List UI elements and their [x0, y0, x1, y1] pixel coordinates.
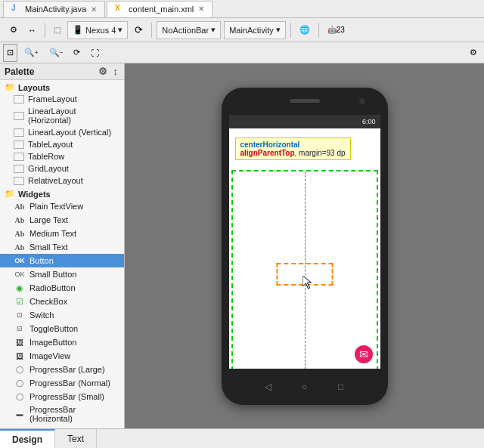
widgets-section-title: 📁 Widgets — [0, 187, 124, 199]
tooltip-line1: centerHorizontal — [240, 141, 346, 149]
activity-label: MainActivity — [229, 26, 274, 35]
zoom-in-btn[interactable]: 🔍+ — [20, 44, 42, 62]
phone-camera — [359, 98, 365, 104]
locale-btn[interactable]: 🌐 — [296, 21, 314, 39]
palette-item-tablerow[interactable]: TableRow — [0, 150, 124, 162]
progressbar-normal-icon: ◯ — [14, 378, 26, 388]
canvas-settings-btn[interactable]: ⚙ — [466, 44, 481, 62]
tablerow-icon — [14, 153, 24, 161]
palette-item-switch[interactable]: ⊡ Switch — [0, 308, 124, 322]
android-icon: 🤖 — [327, 26, 337, 34]
phone-mockup: 6:00 centerHorizontal alignParentTop, ma… — [222, 88, 388, 405]
palette-item-radiobutton[interactable]: ◉ RadioButton — [0, 281, 124, 295]
sep3 — [290, 23, 291, 38]
palette-item-togglebutton[interactable]: ⊟ ToggleButton — [0, 322, 124, 335]
cursor-icon — [303, 276, 314, 289]
seekbar-icon: ▬ — [14, 426, 26, 428]
palette-item-framelayout[interactable]: FrameLayout — [0, 93, 124, 105]
main-toolbar: ⚙ ↔ ⬚ 📱 Nexus 4 ▾ ⟳ NoActionBar ▾ MainAc… — [0, 18, 484, 42]
theme-label: NoActionBar — [162, 26, 209, 35]
palette-item-progressbar-small[interactable]: ◯ ProgressBar (Small) — [0, 390, 124, 403]
main-area: Palette ⚙ ↕ 📁 Layouts FrameLayout Linear… — [0, 63, 484, 428]
mediumtext-icon: Ab — [14, 228, 26, 239]
palette-item-linearlayout-v[interactable]: LinearLayout (Vertical) — [0, 126, 124, 138]
layouts-section-title: 📁 Layouts — [0, 80, 124, 93]
palette-item-smallbutton[interactable]: OK Small Button — [0, 267, 124, 281]
screen-content[interactable]: centerHorizontal alignParentTop, margin=… — [229, 128, 380, 369]
bottom-tabs: Design Text — [0, 428, 484, 448]
palette-item-gridlayout[interactable]: GridLayout — [0, 162, 124, 175]
sep1 — [45, 23, 45, 38]
palette-item-smalltext[interactable]: Ab Small Text — [0, 240, 124, 254]
imageview-icon: 🖼 — [14, 351, 26, 361]
nav-back-btn[interactable]: ◁ — [261, 379, 276, 394]
tab-text-label: Text — [67, 434, 84, 444]
tab-content-main[interactable]: X content_main.xml ✕ — [107, 1, 213, 17]
palette-item-imageview[interactable]: 🖼 ImageView — [0, 349, 124, 363]
tab-main-activity-close[interactable]: ✕ — [91, 5, 97, 14]
orientation-btn[interactable]: ⟳ — [131, 21, 147, 39]
palette-item-progressbar-normal[interactable]: ◯ ProgressBar (Normal) — [0, 376, 124, 390]
palette-item-tablelayout[interactable]: TableLayout — [0, 138, 124, 150]
device-dropdown[interactable]: 📱 Nexus 4 ▾ — [67, 21, 128, 39]
palette-search-icon[interactable]: ↕ — [112, 66, 120, 77]
settings-icon: ⚙ — [10, 25, 17, 35]
palette-item-largetext[interactable]: Ab Large Text — [0, 213, 124, 227]
palette-title: Palette — [5, 66, 34, 77]
zoom-fit-btn[interactable]: ⊡ — [3, 44, 17, 62]
tab-text[interactable]: Text — [55, 429, 97, 448]
palette-item-progressbar-large[interactable]: ◯ ProgressBar (Large) — [0, 363, 124, 376]
palette-item-relativelayout[interactable]: RelativeLayout — [0, 175, 124, 187]
largetext-icon: Ab — [14, 215, 26, 225]
arrow-icon: ↔ — [28, 26, 36, 35]
button-widget[interactable] — [276, 263, 333, 286]
plaintextview-icon: Ab — [14, 201, 26, 212]
sep4 — [318, 23, 319, 38]
palette-item-seekbar[interactable]: ▬ SeekBar — [0, 425, 124, 428]
fab-button[interactable]: ✉ — [355, 345, 373, 363]
activity-dropdown[interactable]: MainActivity ▾ — [224, 21, 286, 39]
tablelayout-icon — [14, 141, 24, 149]
canvas-area[interactable]: 6:00 centerHorizontal alignParentTop, ma… — [125, 63, 484, 428]
palette-item-progressbar-horizontal[interactable]: ▬ ProgressBar (Horizontal) — [0, 403, 124, 425]
linearlayout-v-icon — [14, 128, 24, 137]
palette-item-plaintextview[interactable]: Ab Plain TextView — [0, 199, 124, 213]
switch-icon: ⊡ — [14, 310, 26, 320]
palette-item-mediumtext[interactable]: Ab Medium Text — [0, 227, 124, 240]
tab-bar: J MainActivity.java ✕ X content_main.xml… — [0, 0, 484, 18]
tab-design-label: Design — [12, 434, 42, 445]
tooltip-attr-name: alignParentTop — [240, 149, 295, 157]
tab-design[interactable]: Design — [0, 429, 55, 448]
palette-item-checkbox[interactable]: ☑ CheckBox — [0, 295, 124, 308]
phone-top — [222, 88, 388, 115]
smalltext-icon: Ab — [14, 242, 26, 252]
api-btn[interactable]: 🤖 23 — [324, 21, 349, 39]
palette-item-linearlayout-h[interactable]: LinearLayout (Horizontal) — [0, 105, 124, 126]
layout-boundary — [231, 170, 378, 369]
nav-home-icon: ○ — [302, 382, 307, 392]
framelayout-icon — [14, 95, 24, 104]
nav-home-btn[interactable]: ○ — [297, 379, 312, 394]
nav-recent-icon: □ — [338, 382, 343, 392]
settings-btn[interactable]: ⚙ — [6, 21, 21, 39]
tab-main-activity[interactable]: J MainActivity.java ✕ — [3, 1, 105, 17]
zoom-out-btn[interactable]: 🔍− — [45, 44, 67, 62]
palette-settings-icon[interactable]: ⚙ — [97, 66, 109, 77]
device-label: Nexus 4 — [85, 26, 116, 35]
nav-recent-btn[interactable]: □ — [334, 379, 349, 394]
theme-dropdown[interactable]: NoActionBar ▾ — [157, 21, 221, 39]
togglebutton-icon: ⊟ — [14, 323, 26, 334]
theme-chevron: ▾ — [211, 25, 216, 35]
palette-item-imagebutton[interactable]: 🖼 ImageButton — [0, 335, 124, 349]
expand-btn[interactable]: ⛶ — [87, 44, 103, 62]
tab-content-main-close[interactable]: ✕ — [198, 5, 204, 13]
phone-screen[interactable]: 6:00 centerHorizontal alignParentTop, ma… — [229, 115, 380, 369]
layouts-folder-icon: 📁 — [5, 82, 15, 92]
tooltip-line2: alignParentTop, margin=93 dp — [240, 149, 346, 157]
refresh-btn[interactable]: ⟳ — [70, 44, 84, 62]
palette-item-button[interactable]: OK Button — [0, 254, 124, 267]
arrow-btn[interactable]: ↔ — [24, 21, 40, 39]
layout-btn[interactable]: ⬚ — [50, 21, 64, 39]
checkbox-icon: ☑ — [14, 296, 26, 307]
linearlayout-h-icon — [14, 112, 24, 120]
